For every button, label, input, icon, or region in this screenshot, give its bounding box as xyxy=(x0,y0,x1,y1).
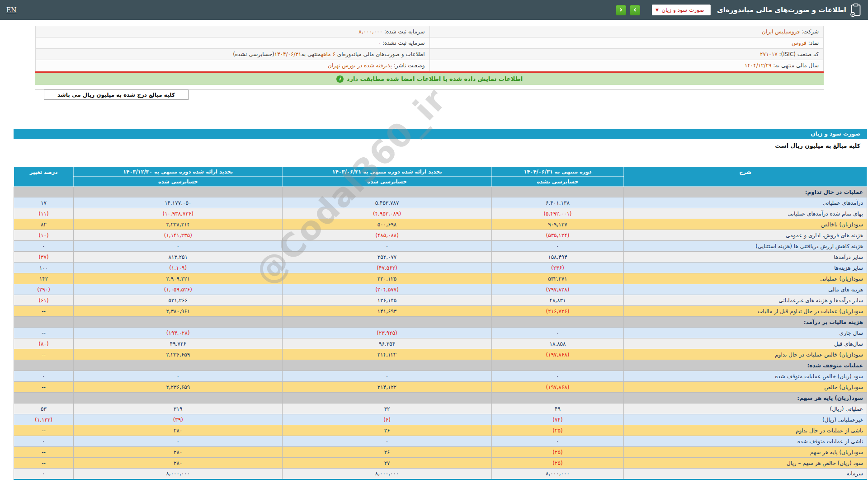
value-cell xyxy=(283,393,491,404)
value-cell: ۴۹,۷۲۶ xyxy=(74,338,283,349)
value-cell: ۰ xyxy=(74,436,283,447)
section-divider xyxy=(0,115,868,115)
value-cell: (۳۹) xyxy=(74,414,283,425)
statement-select[interactable]: صورت سود و زیان ▼ xyxy=(652,5,711,15)
value-cell: ۱۴۱,۶۹۳ xyxy=(283,306,491,317)
value-cell: (۲۰۴,۵۷۷) xyxy=(283,284,491,295)
info-cell-left: وضعیت ناشر: پذیرفته شده در بورس تهران xyxy=(36,60,430,71)
col-header-change-percent: درصد تغییر xyxy=(14,167,74,187)
report-title: صورت سود و زیان xyxy=(811,131,860,137)
value-cell: (۲۱۶,۷۲۶) xyxy=(491,306,623,317)
statement-header: شرح دوره منتهی به ۱۴۰۴/۰۶/۳۱ تجدید ارائه… xyxy=(14,167,867,187)
value-cell: (۱۹۷,۸۶۸) xyxy=(491,349,623,360)
row-label: سود(زیان) عملیات در حال تداوم قبل از مال… xyxy=(624,306,867,317)
audit-status-current: حسابرسی نشده xyxy=(491,177,623,187)
value-cell: ۰ xyxy=(283,241,491,252)
value-cell xyxy=(14,187,74,197)
table-row: ناشی از عملیات در حال تداوم(۲۵)۲۶۲۸۰-- xyxy=(14,425,867,436)
info-row: سال مالی منتهی به: ۱۴۰۴/۱۲/۲۹وضعیت ناشر:… xyxy=(36,60,824,71)
table-row: سود(زیان) خالص(۱۹۷,۸۶۸)۲۱۴,۱۲۲۲,۲۳۶,۶۵۹-… xyxy=(14,382,867,393)
table-row: سود(زیان) خالص عملیات در حال تداوم(۱۹۷,۸… xyxy=(14,349,867,360)
chevron-down-icon: ▼ xyxy=(656,8,659,12)
table-row: غیرعملیاتی (ریال)(۷۴)(۶)(۳۹)(۱,۱۳۳) xyxy=(14,414,867,425)
value-cell: ۰ xyxy=(283,371,491,382)
language-switch-link[interactable]: EN xyxy=(6,6,16,14)
value-cell: ۹۰۹,۱۳۷ xyxy=(491,219,623,230)
info-cell-right: کد صنعت (ISIC): ۲۷۱۰۱۷ xyxy=(429,49,824,60)
value-cell: -- xyxy=(14,349,74,360)
value-cell xyxy=(283,187,491,197)
value-cell: ۲,۳۸۰,۹۶۱ xyxy=(74,306,283,317)
value-cell xyxy=(491,317,623,328)
value-cell: ۲۸۰ xyxy=(74,447,283,458)
nav-forward-button[interactable]: › xyxy=(630,5,640,15)
row-label: سال جاری xyxy=(624,328,867,338)
value-cell: -- xyxy=(14,382,74,393)
col-header-restated-halfyear: تجدید ارائه شده دوره منتهی به ۱۴۰۳/۰۶/۳۱ xyxy=(283,167,491,177)
value-cell: ۳,۲۳۸,۳۱۴ xyxy=(74,219,283,230)
info-value: ۱۴۰۴/۰۶/۳۱ xyxy=(274,51,302,57)
col-header-description: شرح xyxy=(624,167,867,187)
value-cell xyxy=(491,187,623,197)
value-cell: (۲۳,۹۲۵) xyxy=(283,328,491,338)
info-label: وضعیت ناشر: xyxy=(392,62,425,69)
table-row: سال جاری۰(۲۳,۹۲۵)(۱۹۴,۰۲۸)-- xyxy=(14,328,867,338)
signature-banner-text: اطلاعات نمایش داده شده با اطلاعات امضا ش… xyxy=(347,75,523,82)
tab-strip: کلیه مبالغ درج شده به میلیون ریال می باش… xyxy=(35,89,824,100)
clipboard-check-icon xyxy=(850,3,862,17)
value-cell: ۰ xyxy=(491,241,623,252)
table-row: ناشی از عملیات متوقف شده۰۰۰۰ xyxy=(14,436,867,447)
info-value: پذیرفته شده در بورس تهران xyxy=(328,62,392,69)
value-cell: (۶۱) xyxy=(14,295,74,306)
value-cell: (۷۹۷,۸۲۸) xyxy=(491,284,623,295)
info-value: ۶ ماهه xyxy=(321,51,335,57)
value-cell: ۳۱۹ xyxy=(74,404,283,414)
info-row: نماد: فروسسرمایه ثبت نشده: ۰ xyxy=(36,38,824,49)
nav-back-button[interactable]: ‹ xyxy=(616,5,626,15)
row-label: سود(زیان) پایه هر سهم: xyxy=(624,393,867,404)
table-row: سود(زیان) عملیات در حال تداوم قبل از مال… xyxy=(14,306,867,317)
value-cell: (۱,۰۵۹,۵۲۶) xyxy=(74,284,283,295)
value-cell: (۲۵) xyxy=(491,425,623,436)
value-cell: (۱۰,۹۳۸,۷۳۶) xyxy=(74,208,283,219)
amounts-note-tab[interactable]: کلیه مبالغ درج شده به میلیون ریال می باش… xyxy=(44,89,189,100)
info-cell-left: اطلاعات و صورت‌های مالی میاندوره‌ای ۶ ما… xyxy=(36,49,430,60)
value-cell: ۸,۰۰۰,۰۰۰ xyxy=(74,469,283,479)
value-cell xyxy=(283,360,491,371)
row-label: هزینه های مالی xyxy=(624,284,867,295)
row-label: سایر درآمدها xyxy=(624,252,867,263)
value-cell: ۲۷ xyxy=(283,458,491,469)
value-cell: ۰ xyxy=(283,436,491,447)
statement-body: عملیات در حال تداوم:درآمدهای عملیاتی۶,۴۰… xyxy=(14,187,867,479)
value-cell xyxy=(14,393,74,404)
row-label: هزینه مالیات بر درآمد: xyxy=(624,317,867,328)
value-cell xyxy=(14,317,74,328)
value-cell xyxy=(74,360,283,371)
value-cell: -- xyxy=(14,458,74,469)
value-cell xyxy=(74,393,283,404)
value-cell: ۰ xyxy=(491,436,623,447)
section-row: عملیات متوقف شده: xyxy=(14,360,867,371)
col-header-restated-yearend: تجدید ارائه شده دوره منتهی به ۱۴۰۳/۱۲/۳۰ xyxy=(74,167,283,177)
section-row: سود(زیان) پایه هر سهم: xyxy=(14,393,867,404)
value-cell: ۵۳۱,۲۶۶ xyxy=(74,295,283,306)
report-note-text: کلیه مبالغ به میلیون ریال است xyxy=(775,142,860,149)
header-right-group: اطلاعات و صورت‌های مالی میاندوره‌ای صورت… xyxy=(616,3,862,17)
value-cell: ۵۳۲,۲۷۱ xyxy=(491,273,623,284)
value-cell: ۸,۰۰۰,۰۰۰ xyxy=(491,469,623,479)
value-cell: (۱,۱۰۹) xyxy=(74,263,283,273)
info-label: شرکت: xyxy=(800,28,819,35)
value-cell: ۸۲ xyxy=(14,219,74,230)
value-cell: ۲,۲۳۶,۶۵۹ xyxy=(74,382,283,393)
value-cell: ۱۲۶,۱۴۵ xyxy=(283,295,491,306)
value-cell: (۲۳۶) xyxy=(491,263,623,273)
value-cell: ۲۶ xyxy=(283,425,491,436)
value-cell: ۳۲ xyxy=(283,404,491,414)
info-row: کد صنعت (ISIC): ۲۷۱۰۱۷اطلاعات و صورت‌های… xyxy=(36,49,824,60)
value-cell: -- xyxy=(14,447,74,458)
value-cell: ۱۸,۸۵۸ xyxy=(491,338,623,349)
value-cell: -- xyxy=(14,425,74,436)
value-cell: ۲۱۴,۱۲۲ xyxy=(283,382,491,393)
row-label: هزینه های فروش، اداری و عمومی xyxy=(624,230,867,241)
section-row: عملیات در حال تداوم: xyxy=(14,187,867,197)
